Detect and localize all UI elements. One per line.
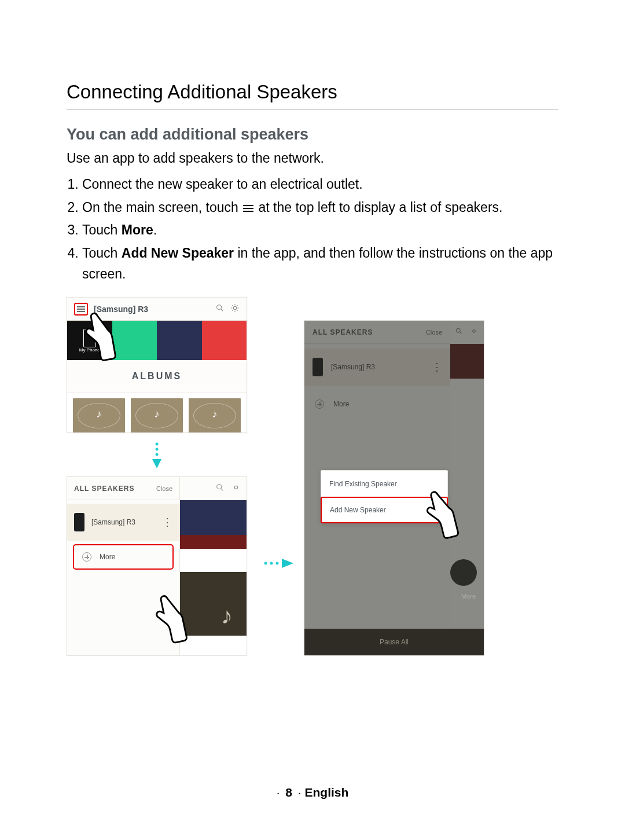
step-2-b: at the top left to display a list of spe… (259, 200, 503, 215)
tile-green[interactable] (112, 321, 157, 360)
svg-point-18 (264, 562, 267, 565)
speaker-name: [Samsung] R3 (91, 518, 155, 526)
step-2: On the main screen, touch at the top lef… (82, 197, 558, 218)
phone-icon (83, 329, 96, 347)
album-tile[interactable]: ♪ (189, 398, 241, 433)
page-subheading: You can add additional speakers (67, 126, 558, 144)
m2-tile-brown: ♪ (179, 572, 247, 636)
m1-title: [Samsung] R3 (94, 305, 209, 314)
svg-point-11 (156, 443, 159, 446)
steps-list: Connect the new speaker to an electrical… (67, 174, 558, 284)
note-icon: ♪ (155, 409, 160, 421)
svg-point-15 (217, 484, 222, 489)
mockup-popup: ALL SPEAKERS Close [Samsung] R3 ⋮ More M… (304, 320, 484, 656)
step-4: Touch Add New Speaker in the app, and th… (82, 243, 558, 284)
step-4-bold: Add New Speaker (122, 245, 234, 261)
svg-line-1 (221, 309, 223, 311)
search-icon[interactable] (215, 303, 225, 315)
note-icon: ♪ (212, 409, 218, 421)
note-icon: ♪ (221, 603, 233, 629)
tile-navy[interactable] (157, 321, 202, 360)
page-language: English (305, 786, 349, 799)
step-2-a: On the main screen, touch (82, 200, 242, 215)
page-footer: · 8 · English (0, 786, 625, 799)
arrow-down-icon (151, 442, 163, 471)
fab-more-label: More (461, 593, 476, 600)
arrow-right-icon (263, 557, 296, 569)
plus-icon (82, 552, 91, 562)
intro-text: Use an app to add speakers to the networ… (67, 151, 558, 166)
pause-all-bar: Pause All (304, 629, 484, 655)
svg-point-0 (217, 305, 222, 309)
m2-right-col: ♪ (179, 477, 247, 655)
svg-line-7 (232, 305, 233, 306)
svg-point-20 (276, 562, 279, 565)
gear-icon[interactable] (230, 303, 240, 315)
step-1: Connect the new speaker to an electrical… (82, 174, 558, 195)
svg-line-16 (221, 489, 223, 490)
svg-line-8 (237, 310, 237, 310)
more-popup: Find Existing Speaker Add New Speaker (321, 470, 448, 523)
m1-topbar: [Samsung] R3 (67, 298, 247, 321)
figures-area: [Samsung] R3 My Phone ALBUMS ♪ ♪ ♪ (67, 297, 558, 667)
tile-phone-label: My Phone (79, 347, 100, 353)
m2-tile-navy (179, 500, 247, 535)
m2-drawer-head: ALL SPEAKERS Close (67, 477, 179, 500)
svg-point-17 (234, 486, 237, 489)
speaker-row[interactable]: [Samsung] R3 ⋮ (67, 504, 179, 541)
m1-tiles: My Phone (67, 321, 247, 360)
hamburger-button[interactable] (74, 303, 88, 316)
more-button[interactable]: More (73, 544, 174, 570)
album-tile[interactable]: ♪ (131, 398, 183, 433)
m2-topbar-right (179, 477, 247, 500)
step-3-c: . (153, 222, 157, 237)
find-existing-speaker[interactable]: Find Existing Speaker (321, 471, 447, 497)
page-number: 8 (285, 786, 292, 799)
albums-row: ♪ ♪ ♪ (67, 393, 247, 433)
search-icon[interactable] (215, 483, 225, 494)
drawer-title: ALL SPEAKERS (74, 485, 156, 493)
step-3-a: Touch (82, 222, 122, 237)
more-label: More (100, 553, 115, 561)
mockup-main-screen: [Samsung] R3 My Phone ALBUMS ♪ ♪ ♪ (67, 297, 247, 433)
footer-dot: · (298, 786, 302, 799)
gear-icon[interactable] (231, 483, 241, 494)
kebab-icon[interactable]: ⋮ (162, 520, 172, 524)
step-3: Touch More. (82, 220, 558, 241)
mockup-drawer-more: ♪ ALL SPEAKERS Close [Samsung] R3 ⋮ More (67, 476, 247, 656)
footer-dot: · (277, 786, 280, 799)
m2-drawer: ALL SPEAKERS Close [Samsung] R3 ⋮ More (67, 477, 180, 655)
svg-point-19 (270, 562, 273, 565)
fab-plus-button (450, 559, 477, 586)
m2-tile-darkred (179, 535, 247, 549)
close-link[interactable]: Close (156, 485, 172, 492)
svg-marker-14 (152, 459, 161, 468)
album-tile[interactable]: ♪ (73, 398, 125, 433)
note-icon: ♪ (97, 409, 102, 421)
hamburger-icon (243, 203, 253, 214)
svg-point-12 (156, 448, 159, 451)
svg-line-10 (237, 305, 237, 306)
svg-point-13 (156, 453, 159, 456)
add-new-speaker[interactable]: Add New Speaker (321, 497, 448, 523)
step-3-bold: More (122, 222, 153, 237)
albums-heading: ALBUMS (67, 360, 247, 393)
tile-red[interactable] (202, 321, 247, 360)
svg-line-9 (232, 310, 233, 310)
svg-marker-21 (282, 559, 293, 568)
tile-my-phone[interactable]: My Phone (67, 321, 112, 360)
svg-point-2 (233, 306, 236, 309)
step-4-a: Touch (82, 245, 122, 261)
page-heading: Connecting Additional Speakers (67, 81, 558, 109)
speaker-icon (74, 513, 84, 531)
